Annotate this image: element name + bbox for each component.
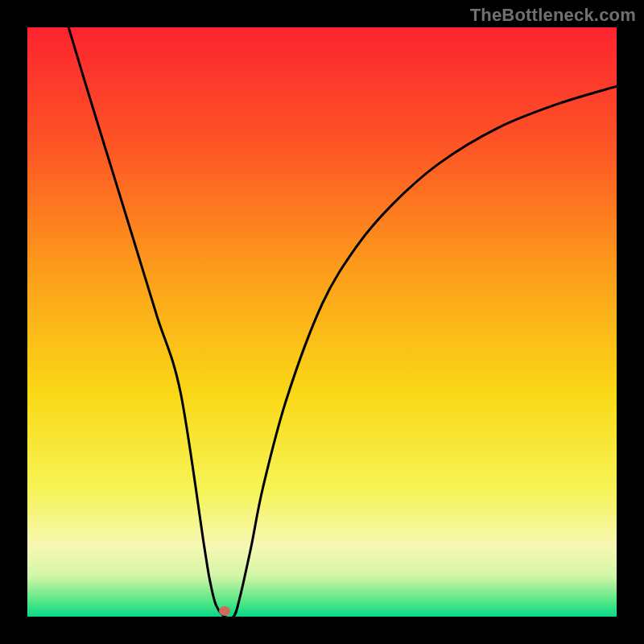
bottleneck-curve	[27, 27, 617, 617]
attribution-watermark: TheBottleneck.com	[470, 5, 636, 26]
optimal-point-marker	[219, 606, 230, 616]
outer-frame: TheBottleneck.com	[0, 0, 644, 644]
